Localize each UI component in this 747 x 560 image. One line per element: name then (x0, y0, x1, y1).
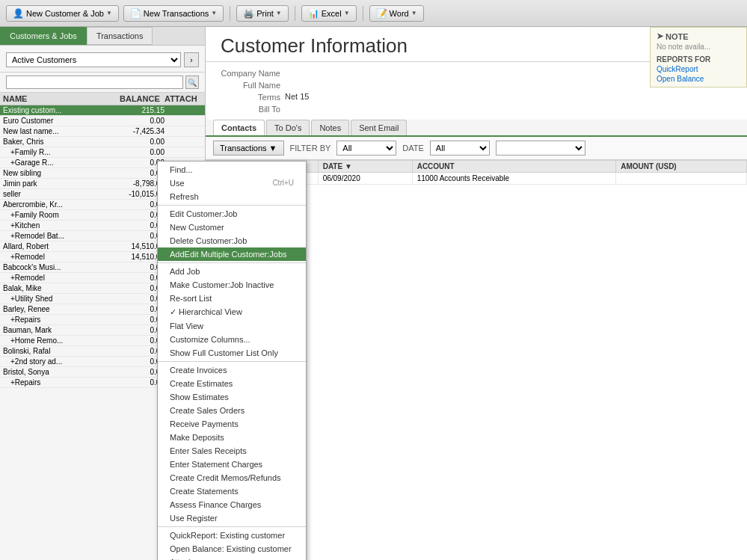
context-menu-item[interactable]: Refresh (158, 190, 306, 203)
note-arrow-icon: ➤ (657, 31, 663, 41)
context-menu-item[interactable]: Show Estimates (158, 390, 306, 404)
new-transactions-button[interactable]: 📄 New Transactions ▼ (123, 5, 224, 22)
print-button[interactable]: 🖨️ Print ▼ (236, 5, 289, 22)
context-menu-item[interactable]: Re-sort List (158, 292, 306, 305)
filter-forward-button[interactable]: › (184, 52, 199, 67)
active-customers-select[interactable]: Active Customers (6, 52, 181, 67)
transactions-filter-button[interactable]: Transactions ▼ (213, 141, 284, 156)
context-menu-item[interactable]: Delete Customer:Job (158, 234, 306, 247)
context-menu-item[interactable]: Create Invoices (158, 363, 306, 377)
context-menu-item[interactable]: Make Customer:Job Inactive (158, 278, 306, 292)
customer-name: +Family Room (10, 211, 120, 219)
note-content: No note availa... (657, 43, 740, 51)
customer-name: Existing custom... (3, 106, 120, 114)
menu-separator (158, 205, 306, 206)
context-menu-item[interactable]: Add Job (158, 265, 306, 278)
context-menu-item[interactable]: Create Credit Memos/Refunds (158, 471, 306, 484)
table-header: ACCOUNT (412, 161, 616, 173)
customer-list-item[interactable]: Euro Customer 0.00 (0, 116, 205, 126)
context-menu-item[interactable]: Attach (158, 556, 306, 560)
customer-name: +Remodel Bat... (10, 232, 120, 240)
date-filter-select[interactable]: All (430, 141, 490, 156)
customer-name: +2nd story ad... (10, 357, 120, 366)
word-button[interactable]: 📝 Word ▼ (369, 5, 424, 22)
tab-customers-jobs[interactable]: Customers & Jobs (0, 27, 87, 45)
quick-report-link[interactable]: QuickReport (657, 65, 740, 73)
context-menu-item[interactable]: Flat View (158, 319, 306, 333)
filter-bar: Transactions ▼ FILTER BY All DATE All (206, 137, 747, 160)
context-menu-item[interactable]: Open Balance: Existing customer (158, 542, 306, 556)
context-menu-item[interactable]: Enter Sales Receipts (158, 444, 306, 458)
customer-name: Jimin park (3, 179, 120, 188)
context-menu-item[interactable]: AddEdit Multiple Customer:Jobs (158, 247, 306, 261)
customer-attach (165, 117, 202, 125)
customer-name: Euro Customer (3, 117, 120, 125)
menu-separator (158, 361, 306, 362)
customer-list-item[interactable]: New last name... -7,425.34 (0, 126, 205, 137)
context-menu-item[interactable]: Customize Columns... (158, 333, 306, 346)
context-menu-item[interactable]: Create Statements (158, 484, 306, 498)
left-panel-tabs: Customers & Jobs Transactions (0, 27, 205, 46)
toolbar-separator (295, 6, 295, 21)
main-window: 👤 New Customer & Job ▼ 📄 New Transaction… (0, 0, 747, 560)
context-menu: Find...UseCtrl+URefreshEdit Customer:Job… (157, 161, 307, 560)
tab-sent-email[interactable]: Sent Email (351, 120, 407, 135)
context-menu-item[interactable]: ✓ Hierarchical View (158, 305, 306, 319)
customer-name: New sibling (3, 169, 120, 177)
customer-name: +Home Remo... (10, 336, 120, 345)
context-menu-item[interactable]: Create Sales Orders (158, 404, 306, 417)
context-menu-item[interactable]: Enter Statement Charges (158, 458, 306, 471)
customer-info-title: Customer Information (221, 34, 408, 58)
cell-amount (616, 173, 747, 185)
customer-list-item[interactable]: Existing custom... 215.15 (0, 105, 205, 116)
context-menu-item[interactable]: Show Full Customer List Only (158, 346, 306, 360)
search-button[interactable]: 🔍 (185, 76, 199, 89)
customer-name: +Family R... (10, 148, 120, 156)
tab-contacts[interactable]: Contacts (213, 120, 265, 135)
filter-row: Active Customers › (6, 52, 199, 67)
context-menu-item[interactable]: Find... (158, 163, 306, 176)
tab-notes[interactable]: Notes (311, 120, 349, 135)
note-panel: ➤ NOTE No note availa... REPORTS FOR Qui… (650, 27, 747, 87)
note-label: ➤ NOTE (657, 31, 740, 41)
dropdown-arrow-icon: ▼ (211, 10, 217, 16)
customer-list-item[interactable]: Baker, Chris 0.00 (0, 137, 205, 147)
tab-transactions[interactable]: Transactions (87, 27, 153, 45)
customer-name: +Remodel (10, 253, 120, 261)
new-customer-job-button[interactable]: 👤 New Customer & Job ▼ (6, 5, 119, 22)
date-range-select[interactable] (496, 141, 585, 156)
customer-attach (165, 106, 202, 114)
filter-by-select[interactable]: All (336, 141, 396, 156)
customer-balance: -7,425.34 (120, 127, 165, 135)
context-menu-item[interactable]: Edit Customer:Job (158, 207, 306, 221)
cell-account: 11000 Accounts Receivable (412, 173, 616, 185)
customer-name: Babcock's Musi... (3, 263, 120, 271)
menu-separator (158, 526, 306, 527)
customer-name: +Garage R... (10, 159, 120, 167)
open-balance-link[interactable]: Open Balance (657, 75, 740, 83)
table-header: AMOUNT (USD) (616, 161, 747, 173)
customer-name: Bolinski, Rafal (3, 347, 120, 355)
context-menu-item[interactable]: Create Estimates (158, 377, 306, 390)
content-area: Customers & Jobs Transactions Active Cus… (0, 27, 747, 560)
context-menu-item[interactable]: Assess Finance Charges (158, 498, 306, 511)
dropdown-arrow-icon: ▼ (276, 10, 282, 16)
customer-name: Allard, Robert (3, 242, 120, 250)
context-menu-item[interactable]: QuickReport: Existing customer (158, 529, 306, 542)
dropdown-arrow-icon: ▼ (106, 10, 112, 16)
search-input[interactable] (6, 76, 183, 89)
customer-name: +Repairs (10, 378, 120, 387)
context-menu-item[interactable]: Receive Payments (158, 417, 306, 431)
context-menu-item[interactable]: UseCtrl+U (158, 176, 306, 190)
excel-button[interactable]: 📊 Excel ▼ (301, 5, 357, 22)
customer-name: Baker, Chris (3, 138, 120, 146)
customer-balance: 0.00 (120, 138, 165, 146)
customer-attach (165, 127, 202, 135)
tab-to-do's[interactable]: To Do's (266, 120, 310, 135)
context-menu-item[interactable]: Use Register (158, 511, 306, 525)
context-menu-item[interactable]: Make Deposits (158, 431, 306, 444)
customer-list-item[interactable]: +Family R... 0.00 (0, 147, 205, 158)
customer-attach (165, 148, 202, 156)
context-menu-item[interactable]: New Customer (158, 221, 306, 234)
customer-name: +Repairs (10, 316, 120, 324)
